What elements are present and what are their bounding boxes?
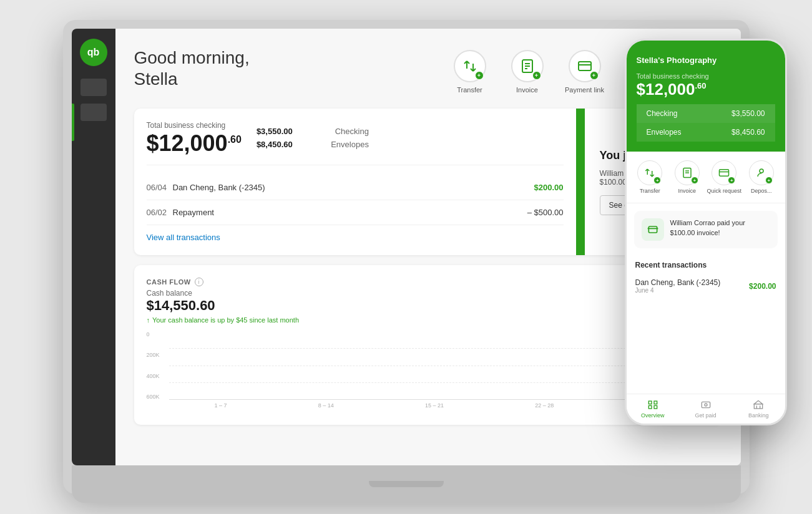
phone-action-transfer[interactable]: + Transfer	[632, 160, 669, 194]
phone-plus-badge: +	[653, 177, 661, 184]
phone-envelopes-row: Envelopes $8,450.60	[637, 123, 775, 142]
svg-marker-21	[755, 400, 763, 404]
total-balance: Total business checking $12,000.60	[147, 121, 242, 155]
phone-biz-name: Stella's Photography	[637, 56, 775, 65]
phone-quick-request-label: Quick request	[707, 188, 741, 194]
tx-date: 06/02	[147, 208, 173, 217]
tx-desc: Dan Cheng, Bank (-2345)	[173, 183, 534, 192]
phone-tx-row: Dan Cheng, Bank (-2345) June 4 $200.00	[627, 273, 785, 299]
phone-transfer-circle: +	[637, 160, 662, 185]
phone-deposit-icon	[756, 167, 767, 178]
tx-amount: – $500.00	[527, 208, 564, 217]
phone-plus-badge: +	[728, 177, 735, 184]
balance-amount: $12,000.60	[147, 132, 242, 155]
plus-badge: +	[475, 71, 484, 80]
sidebar-item-2[interactable]	[81, 104, 107, 121]
phone-nav-overview[interactable]: Overview	[627, 399, 680, 419]
phone-balance-label: Total business checking	[637, 72, 775, 80]
banking-nav-label: Banking	[748, 412, 769, 419]
sidebar-item-1[interactable]	[81, 79, 107, 96]
svg-rect-16	[648, 405, 652, 409]
phone-plus-badge: +	[691, 177, 698, 184]
info-icon[interactable]: i	[195, 278, 203, 286]
payment-link-label: Payment link	[565, 86, 604, 94]
phone-recent-label: Recent transactions	[627, 261, 785, 273]
svg-rect-4	[579, 62, 591, 70]
balance-section: Total business checking $12,000.60 $3,55…	[134, 109, 576, 255]
phone-actions: + Transfer + Invoice	[627, 152, 785, 203]
svg-rect-11	[720, 170, 729, 177]
svg-rect-17	[654, 405, 657, 409]
sidebar: qb	[72, 29, 115, 465]
cashflow-title: CASH FLOW	[147, 278, 191, 286]
sidebar-active-indicator	[72, 104, 74, 141]
phone-balance-amount: $12,000.60	[637, 80, 775, 99]
phone-invoice-icon	[682, 167, 693, 178]
table-row: 06/04 Dan Cheng, Bank (-2345) $200.00	[147, 175, 564, 200]
phone-action-deposit[interactable]: + Depos...	[743, 160, 780, 194]
transfer-circle: +	[454, 50, 486, 82]
view-all-link[interactable]: View all transactions	[147, 233, 220, 242]
phone-quick-request-icon	[718, 167, 730, 178]
transactions-list: 06/04 Dan Cheng, Bank (-2345) $200.00 06…	[147, 175, 564, 225]
phone-nav-banking[interactable]: Banking	[732, 399, 785, 419]
balance-details: $3,550.00 Checking $8,450.60 Envelopes	[257, 121, 369, 155]
tx-date: 06/04	[147, 183, 173, 192]
svg-rect-20	[755, 404, 763, 409]
plus-badge: +	[590, 71, 599, 80]
quick-action-invoice[interactable]: + Invoice	[505, 50, 550, 94]
banking-nav-icon	[752, 399, 765, 410]
table-row: 06/02 Repayment – $500.00	[147, 200, 564, 225]
phone-action-quick-request[interactable]: + Quick request	[706, 160, 743, 194]
phone-notif-text: William Corrao paid your $100.00 invoice…	[670, 218, 770, 238]
phone-notification: William Corrao paid your $100.00 invoice…	[634, 211, 778, 248]
getpaid-icon	[700, 400, 712, 410]
phone-tx-amount: $200.00	[749, 282, 776, 291]
invoice-circle: +	[511, 50, 544, 82]
phone-overlay: Stella's Photography Total business chec…	[625, 39, 787, 425]
green-accent-bar	[576, 109, 585, 255]
getpaid-nav-label: Get paid	[695, 412, 716, 419]
transfer-icon	[462, 59, 477, 74]
tx-desc: Repayment	[173, 208, 527, 217]
balance-label: Total business checking	[147, 121, 242, 130]
payment-link-circle: +	[569, 50, 601, 82]
transfer-label: Transfer	[457, 86, 482, 94]
phone-header: Stella's Photography Total business chec…	[627, 41, 785, 152]
invoice-label: Invoice	[516, 86, 538, 94]
qb-logo[interactable]: qb	[80, 39, 107, 66]
phone-nav-getpaid[interactable]: Get paid	[679, 399, 732, 419]
getpaid-nav-icon	[700, 399, 712, 410]
overview-icon	[647, 400, 658, 410]
greeting-text: Good morning, Stella	[134, 47, 250, 89]
svg-point-13	[760, 169, 763, 173]
banking-icon	[753, 400, 764, 410]
overview-nav-label: Overview	[641, 412, 665, 419]
svg-rect-15	[654, 401, 657, 404]
laptop-notch	[369, 481, 444, 487]
phone-screen: Stella's Photography Total business chec…	[627, 41, 785, 424]
phone-action-invoice[interactable]: + Invoice	[668, 160, 706, 194]
phone-invoice-label: Invoice	[678, 188, 696, 194]
qb-logo-text: qb	[87, 47, 100, 58]
svg-rect-14	[648, 401, 652, 404]
plus-badge: +	[532, 71, 541, 80]
invoice-icon	[520, 59, 535, 74]
chart-y-labels: 600K 400K 200K 0	[147, 331, 167, 400]
phone-plus-badge: +	[765, 177, 773, 184]
phone-recent-section: Recent transactions Dan Cheng, Bank (-23…	[627, 256, 785, 304]
phone-tx-desc: Dan Cheng, Bank (-2345)	[635, 278, 721, 287]
phone-notif-icon	[642, 218, 664, 241]
laptop-base	[72, 465, 741, 503]
payment-link-icon	[577, 59, 592, 74]
phone-checking-row: Checking $3,550.00	[637, 104, 775, 123]
quick-action-transfer[interactable]: + Transfer	[448, 50, 492, 94]
phone-deposit-label: Depos...	[751, 188, 772, 194]
envelopes-row: $8,450.60 Envelopes	[257, 140, 369, 149]
payment-notification-icon	[647, 223, 659, 236]
phone-quick-request-circle: +	[712, 160, 736, 185]
phone-transfer-label: Transfer	[640, 188, 660, 194]
tx-amount: $200.00	[534, 183, 564, 192]
quick-action-payment-link[interactable]: + Payment link	[562, 50, 607, 94]
phone-invoice-circle: +	[675, 160, 700, 185]
